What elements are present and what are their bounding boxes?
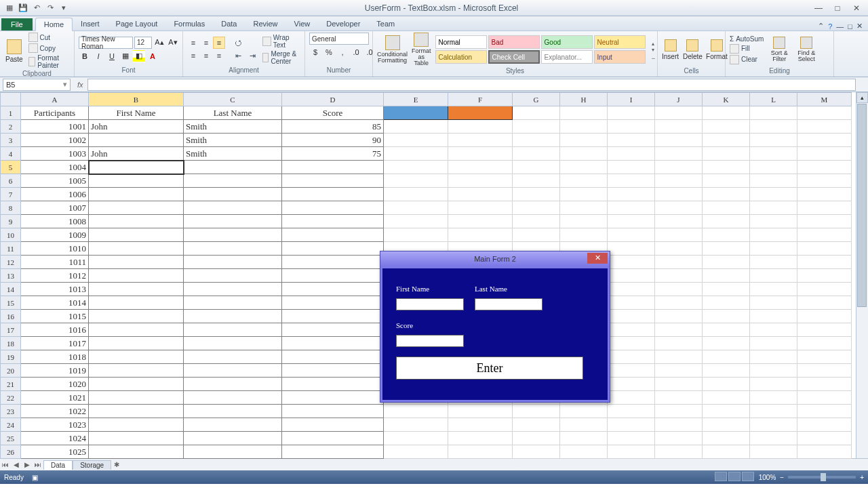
cell-M6[interactable] bbox=[797, 174, 852, 188]
cell-B6[interactable] bbox=[89, 174, 184, 188]
cell-B14[interactable] bbox=[89, 283, 184, 296]
cell-H24[interactable] bbox=[560, 418, 608, 432]
fx-icon[interactable]: fx bbox=[77, 81, 83, 89]
scroll-thumb[interactable] bbox=[857, 104, 867, 307]
last-name-input[interactable] bbox=[475, 298, 542, 310]
cell-M5[interactable] bbox=[797, 161, 852, 174]
conditional-formatting-button[interactable]: Conditional Formatting bbox=[377, 33, 408, 66]
paste-button[interactable]: Paste bbox=[4, 34, 24, 68]
align-right-icon[interactable]: ≡ bbox=[213, 49, 225, 62]
cell-D15[interactable] bbox=[282, 296, 384, 310]
cell-styles-gallery[interactable]: NormalBadGoodNeutralCalculationCheck Cel… bbox=[435, 35, 646, 64]
cell-C12[interactable] bbox=[184, 256, 282, 269]
cell-K23[interactable] bbox=[703, 405, 750, 418]
cell-E7[interactable] bbox=[384, 188, 448, 201]
fill-color-button[interactable]: ◧ bbox=[133, 50, 145, 62]
cell-E10[interactable] bbox=[384, 228, 448, 242]
cell-C11[interactable] bbox=[184, 242, 282, 256]
format-as-table-button[interactable]: Format as Table bbox=[412, 33, 431, 66]
cell-C23[interactable] bbox=[184, 405, 282, 418]
italic-button[interactable]: I bbox=[92, 50, 104, 62]
cell-K6[interactable] bbox=[703, 174, 750, 188]
cell-K14[interactable] bbox=[703, 283, 750, 296]
cell-H10[interactable] bbox=[560, 228, 608, 242]
cell-L2[interactable] bbox=[750, 120, 797, 134]
cell-J17[interactable] bbox=[655, 323, 703, 337]
zoom-out-button[interactable]: − bbox=[780, 474, 784, 481]
orientation-icon[interactable]: ⭯ bbox=[232, 37, 244, 49]
cell-M26[interactable] bbox=[797, 445, 852, 459]
ribbon-tab-page-layout[interactable]: Page Layout bbox=[108, 18, 166, 30]
cell-J24[interactable] bbox=[655, 418, 703, 432]
macro-record-icon[interactable]: ▣ bbox=[32, 474, 38, 481]
cell-C8[interactable] bbox=[184, 201, 282, 215]
cell-I2[interactable] bbox=[608, 120, 655, 134]
row-header-13[interactable]: 13 bbox=[1, 269, 21, 283]
cell-L17[interactable] bbox=[750, 323, 797, 337]
comma-icon[interactable]: , bbox=[336, 46, 349, 58]
sheet-tab-data[interactable]: Data bbox=[43, 460, 73, 470]
row-header-3[interactable]: 3 bbox=[1, 134, 21, 147]
indent-inc-icon[interactable]: ⇥ bbox=[246, 50, 258, 62]
cell-M20[interactable] bbox=[797, 364, 852, 378]
cell-J25[interactable] bbox=[655, 432, 703, 445]
row-header-6[interactable]: 6 bbox=[1, 174, 21, 188]
cell-K24[interactable] bbox=[703, 418, 750, 432]
cell-L21[interactable] bbox=[750, 378, 797, 391]
cell-G3[interactable] bbox=[513, 134, 560, 147]
bold-button[interactable]: B bbox=[79, 50, 91, 62]
col-header-B[interactable]: B bbox=[89, 93, 184, 106]
fill-button[interactable]: Fill bbox=[730, 44, 764, 54]
cell-A7[interactable]: 1006 bbox=[21, 188, 89, 201]
wb-max-icon[interactable]: □ bbox=[848, 22, 852, 30]
cell-A24[interactable]: 1023 bbox=[21, 418, 89, 432]
cell-F9[interactable] bbox=[448, 215, 513, 228]
cell-B5[interactable] bbox=[89, 161, 184, 174]
format-cells-button[interactable]: Format bbox=[707, 33, 727, 66]
cell-K18[interactable] bbox=[703, 337, 750, 350]
cell-D25[interactable] bbox=[282, 432, 384, 445]
ribbon-tab-insert[interactable]: Insert bbox=[73, 18, 108, 30]
grow-font-icon[interactable]: A▴ bbox=[153, 37, 165, 49]
zoom-slider[interactable] bbox=[788, 476, 856, 479]
col-header-D[interactable]: D bbox=[282, 93, 384, 106]
clear-button[interactable]: Clear bbox=[730, 55, 764, 64]
cell-F26[interactable] bbox=[448, 445, 513, 459]
cell-M16[interactable] bbox=[797, 310, 852, 323]
cell-D7[interactable] bbox=[282, 188, 384, 201]
cell-F1[interactable] bbox=[448, 106, 513, 120]
cell-B10[interactable] bbox=[89, 228, 184, 242]
align-left-icon[interactable]: ≡ bbox=[187, 49, 199, 62]
row-header-20[interactable]: 20 bbox=[1, 364, 21, 378]
cell-M23[interactable] bbox=[797, 405, 852, 418]
cell-J22[interactable] bbox=[655, 391, 703, 405]
cell-J9[interactable] bbox=[655, 215, 703, 228]
cell-K26[interactable] bbox=[703, 445, 750, 459]
cell-M22[interactable] bbox=[797, 391, 852, 405]
cell-J12[interactable] bbox=[655, 256, 703, 269]
cell-A5[interactable]: 1004 bbox=[21, 161, 89, 174]
cell-C1[interactable]: Last Name bbox=[184, 106, 282, 120]
cell-E25[interactable] bbox=[384, 432, 448, 445]
cut-button[interactable]: Cut bbox=[28, 33, 70, 42]
cell-M15[interactable] bbox=[797, 296, 852, 310]
userform-close-button[interactable]: ✕ bbox=[587, 253, 608, 264]
cell-B8[interactable] bbox=[89, 201, 184, 215]
cell-H8[interactable] bbox=[560, 201, 608, 215]
cell-D2[interactable]: 85 bbox=[282, 120, 384, 134]
cell-M18[interactable] bbox=[797, 337, 852, 350]
cell-L25[interactable] bbox=[750, 432, 797, 445]
cell-F2[interactable] bbox=[448, 120, 513, 134]
row-header-23[interactable]: 23 bbox=[1, 405, 21, 418]
col-header-K[interactable]: K bbox=[703, 93, 750, 106]
wb-min-icon[interactable]: — bbox=[836, 22, 844, 30]
formula-input[interactable] bbox=[87, 79, 856, 91]
row-header-11[interactable]: 11 bbox=[1, 242, 21, 256]
cell-K25[interactable] bbox=[703, 432, 750, 445]
cell-A17[interactable]: 1016 bbox=[21, 323, 89, 337]
cell-I19[interactable] bbox=[608, 350, 655, 364]
view-buttons[interactable] bbox=[714, 472, 755, 483]
userform-dialog[interactable]: Main Form 2 ✕ First Name Last Name Score… bbox=[380, 251, 610, 403]
cell-I13[interactable] bbox=[608, 269, 655, 283]
ribbon-tab-formulas[interactable]: Formulas bbox=[165, 18, 213, 30]
